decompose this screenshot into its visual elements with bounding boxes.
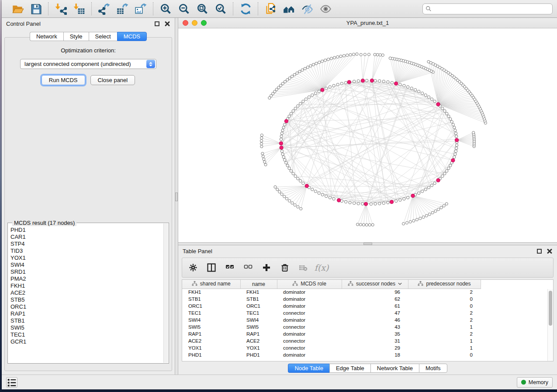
network-graph[interactable] xyxy=(178,28,557,242)
column-header-name[interactable]: name xyxy=(240,280,277,289)
vertical-splitter-handle[interactable] xyxy=(175,193,178,201)
table-cell[interactable]: connector xyxy=(277,344,342,351)
horizontal-splitter-handle[interactable] xyxy=(363,243,372,245)
zoom-out-button[interactable] xyxy=(176,2,192,16)
float-panel-icon[interactable] xyxy=(155,21,159,26)
add-button[interactable] xyxy=(261,262,272,273)
table-cell[interactable]: 2 xyxy=(408,309,481,316)
float-table-panel-icon[interactable] xyxy=(537,249,542,254)
table-cell[interactable]: dominator xyxy=(277,296,342,303)
tab-node-table[interactable]: Node Table xyxy=(288,364,329,373)
column-header-MCDS-role[interactable]: MCDS role xyxy=(277,280,342,289)
task-history-button[interactable] xyxy=(6,377,17,388)
table-cell[interactable]: 0 xyxy=(408,296,481,303)
mcds-result-item[interactable]: TID3 xyxy=(10,248,163,254)
table-cell[interactable]: 18 xyxy=(342,351,408,358)
mcds-result-list[interactable]: PHD1CAR1STP4TID3YOX1SWI4SRD1PMA2FKH1ACE2… xyxy=(10,227,163,361)
close-panel-icon[interactable] xyxy=(165,21,170,27)
table-cell[interactable]: connector xyxy=(277,323,342,330)
hide-selected-button[interactable] xyxy=(299,2,315,16)
mcds-result-item[interactable]: SWI5 xyxy=(10,324,163,331)
tab-motifs[interactable]: Motifs xyxy=(419,364,447,373)
table-cell[interactable]: 1 xyxy=(408,323,481,330)
tab-edge-table[interactable]: Edge Table xyxy=(329,364,370,373)
columns-button[interactable] xyxy=(206,262,217,273)
tab-mcds[interactable]: MCDS xyxy=(117,32,147,41)
mcds-result-item[interactable]: ORC1 xyxy=(10,303,163,310)
table-cell[interactable]: FKH1 xyxy=(182,289,240,296)
table-row[interactable]: RAP1RAP1dominator352 xyxy=(182,330,493,337)
table-cell[interactable]: 62 xyxy=(342,296,408,303)
mcds-result-item[interactable]: CAR1 xyxy=(10,234,163,241)
export-table-button[interactable] xyxy=(114,2,130,16)
table-cell[interactable]: ORC1 xyxy=(240,303,277,309)
zoom-in-button[interactable] xyxy=(158,2,173,16)
mcds-result-item[interactable]: GCR1 xyxy=(10,338,163,345)
table-cell[interactable]: 1 xyxy=(408,344,481,351)
table-cell[interactable]: connector xyxy=(277,337,342,344)
table-row[interactable]: SWI5SWI5connector431 xyxy=(182,323,493,330)
open-folder-button[interactable] xyxy=(10,2,25,16)
node-table[interactable]: shared namenameMCDS rolesuccessor nodesp… xyxy=(182,280,493,358)
houses-button[interactable] xyxy=(281,2,297,16)
mcds-result-item[interactable]: SRD1 xyxy=(10,268,163,275)
table-cell[interactable]: STB1 xyxy=(182,296,240,303)
close-table-panel-icon[interactable] xyxy=(547,248,553,254)
table-cell[interactable]: FKH1 xyxy=(240,289,277,296)
mcds-result-item[interactable]: STB1 xyxy=(10,317,163,324)
export-network-button[interactable] xyxy=(96,2,112,16)
mcds-result-item[interactable]: PHD1 xyxy=(10,227,163,234)
table-cell[interactable]: dominator xyxy=(277,330,342,337)
table-scrollbar[interactable] xyxy=(547,289,553,361)
mcds-result-item[interactable]: PMA2 xyxy=(10,275,163,282)
zoom-selected-button[interactable] xyxy=(213,2,228,16)
mcds-result-item[interactable]: STB5 xyxy=(10,296,163,303)
table-row[interactable]: SWI4SWI4dominator462 xyxy=(182,316,493,323)
table-row[interactable]: PHD1PHD1dominator180 xyxy=(182,351,493,358)
table-cell[interactable]: connector xyxy=(277,309,342,316)
table-cell[interactable]: dominator xyxy=(277,303,342,309)
mcds-result-item[interactable]: YOX1 xyxy=(10,254,163,261)
run-mcds-button[interactable]: Run MCDS xyxy=(42,75,85,85)
table-cell[interactable]: ORC1 xyxy=(182,303,240,309)
table-cell[interactable]: 2 xyxy=(408,289,481,296)
table-cell[interactable]: PHD1 xyxy=(240,351,277,358)
table-cell[interactable]: 0 xyxy=(408,303,481,309)
table-cell[interactable]: SWI5 xyxy=(182,323,240,330)
mcds-result-item[interactable]: STP4 xyxy=(10,241,163,248)
table-cell[interactable]: YOX1 xyxy=(182,344,240,351)
tab-style[interactable]: Style xyxy=(63,32,89,41)
table-cell[interactable]: YOX1 xyxy=(240,344,277,351)
table-cell[interactable]: ACE2 xyxy=(240,337,277,344)
save-session-button[interactable] xyxy=(28,2,44,16)
export-image-button[interactable] xyxy=(133,2,149,16)
table-cell[interactable]: RAP1 xyxy=(182,330,240,337)
search-box[interactable] xyxy=(422,3,553,14)
deselect-all-button[interactable] xyxy=(242,262,254,273)
apply-layout-button[interactable] xyxy=(238,2,253,16)
delete-button[interactable] xyxy=(279,262,291,273)
table-cell[interactable]: 0 xyxy=(408,351,481,358)
column-header-predecessor-nodes[interactable]: predecessor nodes xyxy=(408,280,481,289)
column-header-shared-name[interactable]: shared name xyxy=(182,280,240,289)
gear-button[interactable] xyxy=(187,262,199,273)
import-network-button[interactable] xyxy=(53,2,69,16)
table-cell[interactable]: 2 xyxy=(408,330,481,337)
column-header-successor-nodes[interactable]: successor nodes xyxy=(342,280,408,289)
table-cell[interactable]: TEC1 xyxy=(240,309,277,316)
tab-network[interactable]: Network xyxy=(30,32,63,41)
table-cell[interactable]: 47 xyxy=(342,309,408,316)
table-row[interactable]: STB1STB1dominator620 xyxy=(182,296,493,303)
table-cell[interactable]: STB1 xyxy=(240,296,277,303)
table-cell[interactable]: ACE2 xyxy=(182,337,240,344)
table-cell[interactable]: 96 xyxy=(342,289,408,296)
import-table-button[interactable] xyxy=(71,2,87,16)
table-cell[interactable]: TEC1 xyxy=(182,309,240,316)
table-row[interactable]: FKH1FKH1dominator962 xyxy=(182,289,493,296)
mcds-result-item[interactable]: FKH1 xyxy=(10,282,163,289)
network-canvas-area[interactable] xyxy=(178,28,557,242)
table-cell[interactable]: 43 xyxy=(342,323,408,330)
table-cell[interactable]: SWI5 xyxy=(240,323,277,330)
table-cell[interactable]: 46 xyxy=(342,316,408,323)
table-cell[interactable]: 1 xyxy=(408,337,481,344)
